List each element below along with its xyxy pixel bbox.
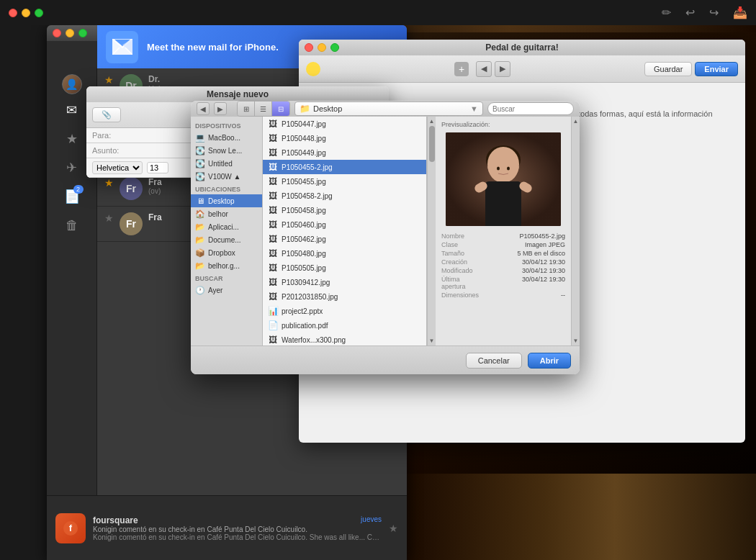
reply-button[interactable]: Guardar xyxy=(644,62,692,76)
list-item[interactable]: 🖼 P10309412.jpg xyxy=(263,275,426,289)
close-button[interactable] xyxy=(9,9,17,17)
sidebar-item-trash[interactable]: 🗑 xyxy=(59,212,85,238)
sidebar-item-macbook[interactable]: 💻 MacBoo... xyxy=(191,131,262,144)
open-button[interactable]: Abrir xyxy=(528,353,571,369)
preview-image xyxy=(446,132,561,226)
location-label: Desktop xyxy=(313,104,342,113)
app-traffic-lights xyxy=(53,29,87,37)
preview-scrollbar[interactable]: ▲ ▼ xyxy=(571,117,580,346)
file-name: P1050449.jpg xyxy=(282,149,326,157)
file-icon: 🖼 xyxy=(267,291,279,302)
font-size-input[interactable] xyxy=(147,162,168,173)
minimize-button[interactable] xyxy=(22,9,30,17)
app-minimize[interactable] xyxy=(66,29,74,37)
view-column-btn[interactable]: ⊟ xyxy=(272,101,289,116)
clase-value: Imagen JPEG xyxy=(485,241,565,248)
subject-label: Asunto: xyxy=(92,146,128,155)
compose-icon[interactable]: ✏ xyxy=(662,6,671,19)
guitar-maximize[interactable] xyxy=(330,43,339,52)
archive-icon[interactable]: 📥 xyxy=(733,6,747,19)
list-item[interactable]: 🖼 P1050455-2.jpg xyxy=(263,160,426,174)
note-button[interactable] xyxy=(306,62,320,76)
sidebar-item-docs[interactable]: 📂 Docume... xyxy=(191,233,262,246)
forward-icon[interactable]: ↪ xyxy=(709,6,719,19)
v100w-label: V100W ▲ xyxy=(208,173,240,181)
star-toggle[interactable]: ★ xyxy=(104,74,114,86)
modificado-value: 30/04/12 19:30 xyxy=(485,267,565,274)
to-label: Para: xyxy=(92,131,128,140)
app-maximize[interactable] xyxy=(78,29,87,37)
star-toggle[interactable]: ★ xyxy=(104,177,114,189)
apps-label: Aplicaci... xyxy=(208,223,239,231)
guitar-close[interactable] xyxy=(305,43,313,52)
list-item[interactable]: 🖼 P1050480.jpg xyxy=(263,246,426,261)
list-item[interactable]: 🖼 P2012031850.jpg xyxy=(263,289,426,304)
back-icon[interactable]: ↩ xyxy=(685,6,695,19)
sidebar-item-desktop[interactable]: 🖥 Desktop xyxy=(191,194,262,207)
notification-subject: Konigin comentó en su check-in en Café P… xyxy=(93,525,382,533)
notification-star[interactable]: ★ xyxy=(389,523,398,534)
list-item[interactable]: 🖼 P1050448.jpg xyxy=(263,131,426,145)
ultima-value: 30/04/12 19:30 xyxy=(485,276,565,290)
sidebar-item-apps[interactable]: 📂 Aplicaci... xyxy=(191,220,262,233)
maximize-button[interactable] xyxy=(35,9,43,17)
back-nav-btn[interactable]: ◀ xyxy=(476,61,492,77)
send-button[interactable]: Enviar xyxy=(695,62,738,76)
main-traffic-lights xyxy=(9,9,43,17)
list-item[interactable]: 📊 project2.pptx xyxy=(263,304,426,318)
plus-button[interactable]: + xyxy=(454,62,469,76)
list-item[interactable]: 🖼 P1050505.jpg xyxy=(263,261,426,275)
file-icon: 🖼 xyxy=(267,161,279,173)
font-selector[interactable]: Helvetica xyxy=(92,161,143,174)
scroll-down-arrow[interactable]: ▼ xyxy=(429,338,435,344)
view-list-btn[interactable]: ☰ xyxy=(255,101,272,116)
locations-header: UBICACIONES xyxy=(191,183,262,194)
star-toggle[interactable]: ★ xyxy=(104,212,114,224)
user-avatar[interactable]: 👤 xyxy=(62,74,82,94)
sidebar-item-inbox[interactable]: ✉ xyxy=(59,97,85,123)
dialog-back-btn[interactable]: ◀ xyxy=(197,102,210,115)
sidebar-item-belhor-g[interactable]: 📂 belhor.g... xyxy=(191,259,262,272)
avatar: Fr xyxy=(120,212,143,235)
sidebar-item-untitled[interactable]: 💽 Untitled xyxy=(191,157,262,170)
guitar-body xyxy=(403,474,756,560)
sidebar-item-snowleopard[interactable]: 💽 Snow Le... xyxy=(191,144,262,157)
foursquare-notification[interactable]: f foursquare jueves Konigin comentó en s… xyxy=(47,495,407,560)
list-item[interactable]: 🖼 P1050460.jpg xyxy=(263,217,426,232)
sidebar-item-dropbox[interactable]: 📦 Dropbox xyxy=(191,246,262,259)
attachment-button[interactable]: 📎 xyxy=(92,107,121,122)
list-item[interactable]: 🖼 P1050458.jpg xyxy=(263,203,426,217)
forward-nav-btn[interactable]: ▶ xyxy=(495,61,510,77)
sidebar-item-starred[interactable]: ★ xyxy=(59,126,85,152)
location-picker[interactable]: 📁 Desktop ▼ xyxy=(294,101,483,116)
list-item[interactable]: 🖼 P1050447.jpg xyxy=(263,117,426,131)
app-close[interactable] xyxy=(53,29,61,37)
guitar-minimize[interactable] xyxy=(318,43,326,52)
banner-text: Meet the new mail for iPhone. xyxy=(147,42,279,53)
sidebar-item-drafts[interactable]: 📄 2 xyxy=(59,184,85,209)
sidebar-item-v100w[interactable]: 💽 V100W ▲ xyxy=(191,170,262,183)
dialog-forward-btn[interactable]: ▶ xyxy=(214,102,227,115)
list-item[interactable]: 🖼 P1050458-2.jpg xyxy=(263,189,426,203)
list-item[interactable]: 🖼 P1050455.jpg xyxy=(263,174,426,189)
preview-scroll-up[interactable]: ▲ xyxy=(573,118,579,125)
list-item[interactable]: 🖼 P1050449.jpg xyxy=(263,145,426,160)
file-name: P1050458-2.jpg xyxy=(282,192,333,200)
view-icons-btn[interactable]: ⊞ xyxy=(238,101,255,116)
list-item[interactable]: 🖼 Waterfox...x300.png xyxy=(263,333,426,346)
cancel-button[interactable]: Cancelar xyxy=(466,353,522,369)
action-buttons: Guardar Enviar xyxy=(644,62,738,76)
sidebar-item-ayer[interactable]: 🕐 Ayer xyxy=(191,284,262,297)
macbook-label: MacBoo... xyxy=(208,134,240,142)
sidebar-item-sent[interactable]: ✈ xyxy=(59,155,85,181)
belhor-icon: 🏠 xyxy=(195,209,205,219)
preview-scroll-down[interactable]: ▼ xyxy=(573,338,579,344)
dialog-search-input[interactable] xyxy=(487,102,574,115)
sidebar-item-belhor[interactable]: 🏠 belhor xyxy=(191,207,262,220)
list-item[interactable]: 🖼 P1050462.jpg xyxy=(263,232,426,246)
notification-body: Konigin comentó en su check-in en Café P… xyxy=(93,533,382,541)
file-icon: 🖼 xyxy=(267,233,279,245)
file-list-scrollbar[interactable]: ▲ ▼ xyxy=(427,117,436,346)
scroll-up-arrow[interactable]: ▲ xyxy=(429,118,435,125)
list-item[interactable]: 📄 publication.pdf xyxy=(263,318,426,333)
